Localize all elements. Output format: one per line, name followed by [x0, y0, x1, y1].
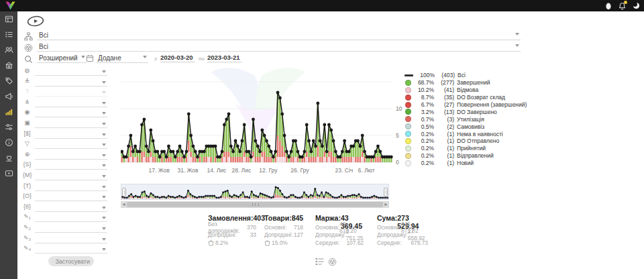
filter-status-select[interactable]: ≜ [23, 78, 107, 87]
filter-product-select[interactable]: ▣ [23, 119, 107, 129]
sidebar-item-store[interactable] [0, 58, 17, 73]
legend-item[interactable]: 0.2%(1)Відправлений [405, 152, 526, 160]
stat-sub-value: 107.62 [346, 239, 364, 246]
sidebar-item-marketing[interactable] [0, 89, 17, 104]
chart-brush[interactable] [121, 184, 389, 200]
orders-chart [121, 67, 393, 165]
list-view-icon[interactable] [315, 258, 324, 266]
filter-payment-select[interactable]: [$] [23, 130, 107, 140]
filter-help-select: ? [23, 88, 107, 97]
legend-item[interactable]: 0.7%(3)Утилізація [405, 115, 526, 123]
date-field-select[interactable]: Додане [96, 54, 148, 63]
legend-percent: 100% [415, 72, 435, 78]
search-mode-select[interactable]: Розширений [37, 54, 87, 63]
filter-custom-1-select[interactable]: ✎₁ [23, 213, 107, 223]
chevron-down-icon [102, 154, 106, 157]
legend-item[interactable]: 0.2%(1)Прийнятий [405, 145, 526, 152]
legend-label: Відмова [457, 87, 478, 93]
legend-dot-marker [405, 109, 411, 115]
sidebar-item-orders[interactable] [0, 27, 17, 42]
legend-label: Самовивіз [457, 123, 484, 130]
scroll-left-icon[interactable]: ◄ [121, 201, 127, 208]
legend-label: Повернення (завершений) [457, 101, 527, 108]
legend-count: (41) [434, 87, 454, 93]
chevron-down-icon [102, 70, 106, 73]
legend-count: (403) [435, 72, 455, 78]
legend-item[interactable]: 10.2%(41)Відмова [405, 87, 526, 94]
filter-custom-3-select[interactable]: ✎₃ [23, 235, 107, 244]
sidebar-item-statistics[interactable] [0, 104, 17, 119]
filter-var-8-select[interactable]: {8} [23, 203, 107, 213]
assistant-egg-icon[interactable] [605, 2, 612, 10]
date-to-input[interactable]: 2023-03-21 [207, 54, 242, 62]
filter-structure-select[interactable]: ⋔ [23, 99, 107, 108]
sidebar-item-partners[interactable] [0, 150, 17, 166]
legend-percent: 68.7% [414, 79, 434, 86]
legend-percent: 0.2% [414, 152, 434, 159]
source-select[interactable]: Всі [37, 31, 521, 40]
package-view-icon[interactable] [328, 258, 337, 266]
scrollbar-thumb[interactable] [127, 202, 383, 207]
filter-custom-2-select[interactable]: ✎₂ [23, 224, 107, 233]
sidebar-item-video[interactable] [0, 166, 17, 181]
x-tick-label: 12. Гру [254, 167, 283, 174]
filter-var-t-select[interactable]: {T} [23, 182, 107, 192]
filter-funnel-select[interactable]: ▽ [23, 140, 107, 150]
date-from-input[interactable]: 2020-03-20 [160, 54, 195, 62]
legend-dot-marker [405, 95, 411, 101]
legend-label: Прийнятий [457, 145, 486, 152]
brush-handle-left[interactable] [122, 188, 126, 197]
sidebar-item-settings[interactable] [0, 119, 17, 135]
sidebar-item-dashboard[interactable] [0, 11, 17, 27]
legend-item[interactable]: 3.2%(13)DO Завершено [405, 108, 526, 115]
stat-title: Маржа: [315, 214, 341, 223]
legend-percent: 6.7% [414, 101, 434, 108]
legend-item[interactable]: 0.2%(1)Новий [405, 160, 526, 167]
legend-percent: 0.2% [414, 131, 434, 137]
legend-item[interactable]: 0.2%(1)DO Отправлено [405, 137, 526, 145]
stat-sub-label: Основні: [264, 224, 286, 231]
legend-percent: 8.7% [414, 94, 434, 101]
brush-mini-chart [121, 185, 388, 200]
product-select[interactable]: Всі [37, 42, 521, 52]
legend-count: (3) [434, 116, 454, 123]
app-logo-icon[interactable] [5, 1, 16, 11]
chevron-down-icon [102, 217, 106, 219]
legend-item[interactable]: 68.7%(277)Завершений [405, 79, 526, 87]
theme-moon-icon[interactable] [633, 2, 640, 9]
filter-country-select[interactable]: ◍ [23, 67, 107, 76]
filter-var-s-select[interactable]: {S} [23, 161, 107, 170]
legend-item[interactable]: 100%(403)Всі [405, 72, 526, 79]
legend-item[interactable]: 8.7%(35)DO Возврат склад [405, 94, 526, 101]
chevron-down-icon [102, 144, 106, 146]
chevron-down-icon [102, 186, 106, 188]
stat-sub-label: Допродажу: [315, 231, 346, 238]
brush-handle-right[interactable] [384, 188, 388, 197]
filter-row-product: Всі [24, 42, 521, 52]
chevron-down-icon [515, 33, 519, 36]
filter-var-m-select[interactable]: {M} [23, 172, 107, 181]
filter-row-source: Всі [24, 31, 521, 40]
filter-manager-select[interactable]: ◉ [23, 109, 107, 118]
apply-button[interactable]: Застосувати [48, 256, 94, 266]
chevron-down-icon [102, 91, 106, 94]
sidebar-item-clients[interactable] [0, 42, 17, 58]
filter-var-o-select[interactable]: {O} [23, 192, 107, 202]
chart-scrollbar[interactable]: ◄ ► [121, 201, 389, 208]
video-tutorial-icon[interactable] [26, 14, 45, 27]
legend-item[interactable]: 0.2%(1)Нема в наявності [405, 130, 526, 137]
stat-sub-value: 33 [250, 231, 256, 238]
legend-item[interactable]: 6.7%(27)Повернення (завершений) [405, 101, 526, 109]
filter-product-icon: ▣ [23, 119, 32, 126]
filter-site-select[interactable]: ⊕ [23, 151, 107, 160]
scroll-right-icon[interactable]: ► [383, 201, 389, 208]
sidebar-item-tags[interactable] [0, 73, 17, 89]
legend-item[interactable]: 0.5%(2)Самовивіз [405, 123, 526, 130]
filter-custom-4-select[interactable]: ✎₄ [23, 245, 107, 254]
sidebar-item-info[interactable] [0, 135, 17, 150]
notifications-bell-icon[interactable] [619, 2, 626, 10]
legend-dot-marker [405, 146, 411, 152]
info-icon [5, 138, 13, 147]
legend-count: (1) [434, 131, 454, 137]
legend-dot-marker [405, 160, 411, 166]
